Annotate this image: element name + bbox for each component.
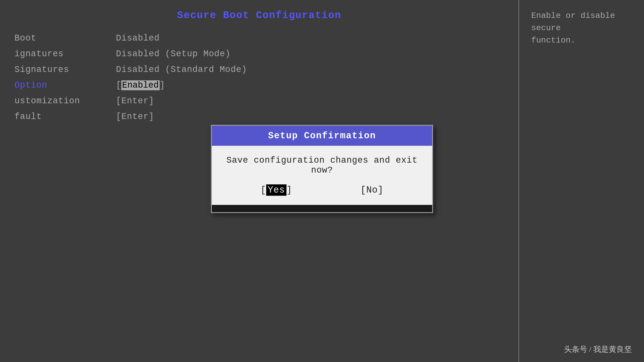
dialog-footer	[212, 205, 432, 212]
yes-button-inner[interactable]: Yes	[266, 184, 286, 196]
dialog-overlay: Setup Confirmation Save configuration ch…	[0, 0, 644, 362]
dialog-message: Save configuration changes and exit now?	[226, 155, 418, 175]
setup-confirmation-dialog: Setup Confirmation Save configuration ch…	[211, 125, 433, 213]
watermark: 头条号 / 我是黄良坚	[564, 344, 632, 355]
dialog-buttons: [Yes] [No]	[226, 185, 418, 195]
dialog-body: Save configuration changes and exit now?…	[212, 146, 432, 205]
bios-screen: Secure Boot Configuration Boot Disabled …	[0, 0, 644, 362]
no-button[interactable]: [No]	[360, 185, 383, 195]
dialog-title: Setup Confirmation	[212, 126, 432, 146]
yes-button[interactable]: [Yes]	[260, 185, 292, 195]
